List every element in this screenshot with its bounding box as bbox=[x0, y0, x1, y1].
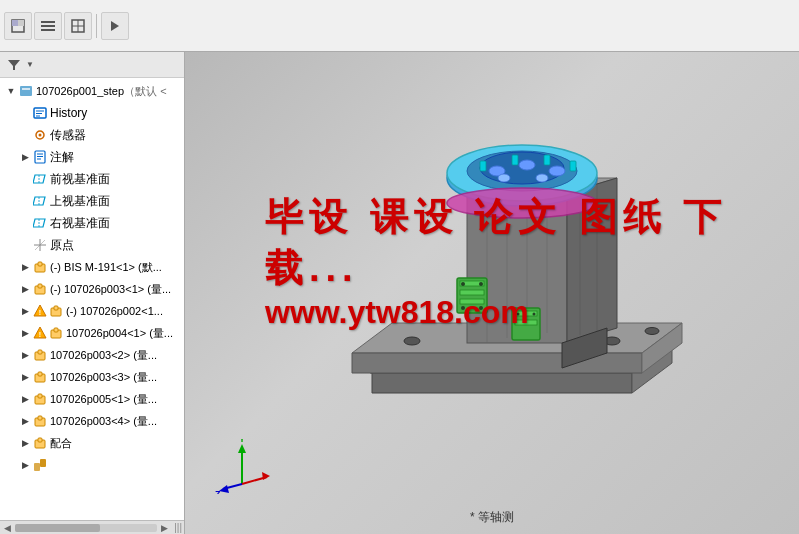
sensor-icon bbox=[32, 127, 48, 143]
svg-marker-106 bbox=[262, 472, 270, 480]
expand-assembly[interactable]: ▶ bbox=[18, 458, 32, 472]
model-svg bbox=[312, 83, 692, 483]
svg-rect-55 bbox=[40, 459, 46, 467]
svg-rect-54 bbox=[34, 463, 40, 471]
svg-rect-84 bbox=[480, 161, 486, 171]
svg-rect-12 bbox=[22, 88, 30, 90]
svg-text:!: ! bbox=[39, 309, 41, 316]
svg-point-92 bbox=[461, 282, 465, 286]
expand-part3[interactable]: ▶ bbox=[18, 304, 32, 318]
expand-part9[interactable]: ▶ bbox=[18, 436, 32, 450]
scroll-right-btn[interactable]: ▶ bbox=[161, 523, 168, 533]
tree-item-part6[interactable]: ▶ 107026p003<3> (量... bbox=[0, 366, 184, 388]
main-toolbar bbox=[0, 0, 799, 52]
hscroll-thumb bbox=[15, 524, 100, 532]
tree-item-assembly[interactable]: ▶ bbox=[0, 454, 184, 476]
svg-rect-4 bbox=[41, 25, 55, 27]
tree-item-part4[interactable]: ▶ ! 107026p004<1> (量... bbox=[0, 322, 184, 344]
toolbar-btn-4[interactable] bbox=[101, 12, 129, 40]
tree-item-note[interactable]: ▶ 注解 bbox=[0, 146, 184, 168]
svg-text:Y: Y bbox=[239, 439, 245, 444]
right-plane-label: 右视基准面 bbox=[50, 215, 110, 232]
svg-rect-33 bbox=[38, 262, 42, 266]
feature-tree[interactable]: ▼ 107026p001_step （默认 < bbox=[0, 78, 184, 520]
toolbar-btn-2[interactable] bbox=[34, 12, 62, 40]
toolbar-btn-3[interactable] bbox=[64, 12, 92, 40]
expand-part4[interactable]: ▶ bbox=[18, 326, 32, 340]
expand-note[interactable]: ▶ bbox=[18, 150, 32, 164]
svg-rect-87 bbox=[570, 161, 576, 171]
expand-root[interactable]: ▼ bbox=[4, 84, 18, 98]
svg-point-78 bbox=[447, 188, 597, 218]
tree-root-item[interactable]: ▼ 107026p001_step （默认 < bbox=[0, 80, 184, 102]
expand-part6[interactable]: ▶ bbox=[18, 370, 32, 384]
part3-icon bbox=[48, 303, 64, 319]
toolbar-btn-1[interactable] bbox=[4, 12, 32, 40]
svg-point-64 bbox=[645, 328, 659, 335]
svg-rect-3 bbox=[41, 21, 55, 23]
expand-part5[interactable]: ▶ bbox=[18, 348, 32, 362]
sensor-label: 传感器 bbox=[50, 127, 86, 144]
tree-item-part1[interactable]: ▶ (-) BIS M-191<1> (默... bbox=[0, 256, 184, 278]
svg-marker-9 bbox=[111, 21, 119, 31]
part8-icon bbox=[32, 413, 48, 429]
svg-rect-11 bbox=[20, 86, 32, 96]
filter-btn[interactable] bbox=[4, 56, 24, 74]
top-plane-label: 上视基准面 bbox=[50, 193, 110, 210]
tree-item-part8[interactable]: ▶ 107026p003<4> (量... bbox=[0, 410, 184, 432]
tree-item-right-plane[interactable]: 右视基准面 bbox=[0, 212, 184, 234]
history-icon bbox=[32, 105, 48, 121]
filter-arrow: ▼ bbox=[26, 60, 34, 69]
part3-label: (-) 107026p002<1... bbox=[66, 305, 163, 317]
model-container bbox=[225, 72, 779, 494]
part6-icon bbox=[32, 369, 48, 385]
main-area: ▼ ▼ 107026p001_step （默认 < bbox=[0, 52, 799, 534]
svg-rect-98 bbox=[515, 320, 537, 325]
toolbar-sep-1 bbox=[96, 14, 97, 38]
svg-point-81 bbox=[549, 166, 565, 176]
svg-rect-91 bbox=[460, 299, 484, 304]
origin-icon bbox=[32, 237, 48, 253]
feature-tree-panel: ▼ ▼ 107026p001_step （默认 < bbox=[0, 52, 185, 534]
svg-point-82 bbox=[536, 174, 548, 182]
svg-marker-57 bbox=[372, 373, 632, 393]
svg-rect-43 bbox=[54, 328, 58, 332]
tree-item-part5[interactable]: ▶ 107026p003<2> (量... bbox=[0, 344, 184, 366]
tree-item-part2[interactable]: ▶ (-) 107026p003<1> (量... bbox=[0, 278, 184, 300]
part1-icon bbox=[32, 259, 48, 275]
tree-item-history[interactable]: History bbox=[0, 102, 184, 124]
panel-toolbar: ▼ bbox=[0, 52, 184, 78]
tree-item-front-plane[interactable]: 前视基准面 bbox=[0, 168, 184, 190]
tree-item-top-plane[interactable]: 上视基准面 bbox=[0, 190, 184, 212]
svg-marker-10 bbox=[8, 60, 20, 70]
axes-svg: Y X Z bbox=[215, 439, 270, 494]
scroll-left-btn[interactable]: ◀ bbox=[4, 523, 11, 533]
3d-viewport[interactable]: 毕设 课设 论文 图纸 下载... www.ytw818.com Y X Z *… bbox=[185, 52, 799, 534]
part5-icon bbox=[32, 347, 48, 363]
svg-point-93 bbox=[479, 282, 483, 286]
tree-item-part9[interactable]: ▶ 配合 bbox=[0, 432, 184, 454]
history-label: History bbox=[50, 106, 87, 120]
part5-label: 107026p003<2> (量... bbox=[50, 348, 157, 363]
right-plane-icon bbox=[32, 215, 48, 231]
part7-label: 107026p005<1> (量... bbox=[50, 392, 157, 407]
part9-icon bbox=[32, 435, 48, 451]
tree-item-part3[interactable]: ▶ ! (-) 107026p002<1... bbox=[0, 300, 184, 322]
tree-item-origin[interactable]: 原点 bbox=[0, 234, 184, 256]
expand-part7[interactable]: ▶ bbox=[18, 392, 32, 406]
expand-sensor bbox=[18, 128, 32, 142]
hscroll-bar[interactable] bbox=[15, 524, 157, 532]
tree-item-part7[interactable]: ▶ 107026p005<1> (量... bbox=[0, 388, 184, 410]
expand-right-plane bbox=[18, 216, 32, 230]
svg-point-83 bbox=[498, 174, 510, 182]
svg-rect-35 bbox=[38, 284, 42, 288]
expand-part8[interactable]: ▶ bbox=[18, 414, 32, 428]
panel-hscroll[interactable]: ◀ ▶ ||| bbox=[0, 520, 184, 534]
root-suffix: （默认 < bbox=[124, 84, 166, 99]
expand-part2[interactable]: ▶ bbox=[18, 282, 32, 296]
svg-rect-53 bbox=[38, 438, 42, 442]
tree-item-sensor[interactable]: 传感器 bbox=[0, 124, 184, 146]
front-plane-label: 前视基准面 bbox=[50, 171, 110, 188]
expand-part1[interactable]: ▶ bbox=[18, 260, 32, 274]
note-label: 注解 bbox=[50, 149, 74, 166]
